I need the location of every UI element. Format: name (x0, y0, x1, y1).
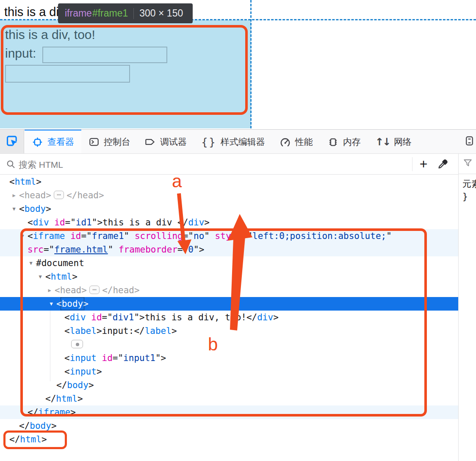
token-p: "> (155, 353, 166, 363)
token-v: left:0;position:absolute; (252, 231, 386, 241)
markup-row[interactable]: </body> (0, 419, 458, 433)
token-p: < (19, 190, 25, 200)
token-p: =" (102, 312, 113, 322)
token-t: iframe (33, 231, 65, 241)
token-t: html (56, 394, 77, 404)
tab-inspector[interactable]: 查看器 (25, 130, 81, 153)
token-b: body (62, 299, 83, 309)
rules-toolbar (459, 154, 476, 174)
token-p: > (134, 285, 140, 295)
search-icon (6, 159, 16, 171)
token-t: label (70, 326, 97, 336)
rules-closing-brace: } (462, 192, 468, 202)
token-p: < (9, 177, 15, 187)
eyedropper-button[interactable] (437, 158, 448, 172)
whitespace-node-badge[interactable] (71, 340, 83, 348)
token-p: </ (28, 407, 38, 417)
token-t: input (70, 367, 97, 377)
devtools-tabs: 查看器控制台调试器{}样式编辑器性能内存↑↓网络 (25, 130, 419, 153)
markup-row-content: <div id="id1">this is a div </div> (0, 217, 210, 228)
expand-arrow-icon[interactable]: ▶ (47, 283, 53, 297)
token-v: input1 (123, 353, 155, 363)
token-p: > (89, 380, 94, 390)
markup-row[interactable]: ▼<body> (0, 202, 458, 216)
markup-row[interactable]: </html> (0, 392, 458, 405)
markup-row[interactable]: ▼<body> (0, 297, 458, 311)
markup-row-content: <input id="input1"> (0, 353, 166, 363)
markup-row[interactable]: ▼#document (0, 256, 458, 270)
token-a: id (86, 312, 102, 322)
markup-row[interactable]: ▼<html> (0, 270, 458, 283)
rules-element-selector[interactable]: 元素 (462, 178, 476, 190)
token-p: > (70, 407, 76, 417)
markup-row[interactable]: <input id="input1"> (0, 351, 458, 365)
token-p: > (42, 434, 47, 444)
tab-perf[interactable]: 性能 (272, 130, 320, 153)
tab-label: 内存 (343, 136, 361, 148)
input-label: input: (5, 46, 36, 61)
collapse-arrow-icon[interactable]: ▼ (37, 270, 43, 283)
markup-row[interactable]: <input> (0, 365, 458, 378)
token-v: no (194, 231, 204, 241)
token-t: html (20, 434, 42, 444)
tab-label: 控制台 (104, 136, 130, 148)
token-p: </ (66, 190, 77, 200)
markup-row-content: <head>⋯</head> (0, 285, 140, 295)
markup-row-content: </html> (0, 394, 83, 404)
text-input-1[interactable] (42, 47, 167, 63)
token-p: "> (194, 244, 204, 255)
token-t: head (60, 285, 82, 295)
token-p: > (204, 217, 210, 228)
token-a: id (65, 231, 81, 241)
collapse-arrow-icon[interactable]: ▼ (48, 297, 54, 311)
collapsed-ellipsis-badge[interactable]: ⋯ (54, 191, 64, 199)
token-t: head (25, 190, 46, 200)
collapsed-ellipsis-badge[interactable]: ⋯ (89, 286, 100, 294)
indent-guide (50, 311, 50, 381)
node-picker-button[interactable] (0, 130, 24, 153)
filter-icon[interactable] (462, 158, 473, 170)
collapse-arrow-icon[interactable]: ▼ (11, 202, 17, 216)
text-input-2[interactable] (5, 65, 130, 83)
token-t: div (257, 312, 273, 322)
markup-row[interactable]: src="frame.html" frameborder="0"> (0, 243, 458, 256)
markup-row[interactable]: <div id="div1">this is a div, too!</div> (0, 311, 458, 324)
token-a: id (49, 217, 65, 228)
markup-row-content: <html> (0, 177, 42, 187)
tab-network[interactable]: ↑↓网络 (368, 130, 419, 153)
token-l: frame.html (54, 244, 108, 255)
highlighter-guide-vertical (250, 0, 252, 128)
markup-row[interactable]: </body> (0, 378, 458, 392)
token-p: "> (134, 312, 144, 322)
markup-row[interactable]: </iframe> (0, 405, 458, 419)
token-t: iframe (38, 407, 70, 417)
tab-debugger[interactable]: 调试器 (138, 130, 194, 153)
markup-row[interactable]: <html> (0, 175, 458, 189)
markup-row-content: </html> (0, 434, 47, 444)
markup-row-content (0, 339, 83, 350)
expand-arrow-icon[interactable]: ▶ (11, 189, 17, 202)
collapse-arrow-icon[interactable]: ▼ (19, 229, 25, 243)
tab-braces[interactable]: {}样式编辑器 (194, 130, 272, 153)
tab-console[interactable]: 控制台 (81, 130, 138, 153)
markup-row[interactable]: <div id="id1">this is a div </div> (0, 216, 458, 229)
more-panels-button[interactable] (464, 130, 476, 153)
toolbar-divider (412, 157, 412, 171)
markup-row[interactable]: ▶<head>⋯</head> (0, 283, 458, 297)
markup-row[interactable] (0, 338, 458, 351)
token-p: > (172, 326, 177, 336)
devtools-toolbar: 查看器控制台调试器{}样式编辑器性能内存↑↓网络 (0, 129, 476, 154)
tab-memory[interactable]: 内存 (320, 130, 368, 153)
markup-row[interactable]: ▼<iframe id="frame1" scrolling="no" styl… (0, 229, 458, 243)
token-a: scrolling (135, 231, 183, 241)
markup-row[interactable]: ▶<head>⋯</head> (0, 189, 458, 202)
token-p: < (64, 326, 70, 336)
search-input[interactable]: 搜索 HTML (19, 159, 63, 171)
token-t: div (33, 217, 49, 228)
markup-row[interactable]: </html> (0, 433, 458, 446)
markup-row[interactable]: <label>input:</label> (0, 324, 458, 338)
collapse-arrow-icon[interactable]: ▼ (28, 256, 34, 270)
add-node-button[interactable]: + (415, 155, 432, 173)
token-p: < (64, 312, 70, 322)
markup-row-content: src="frame.html" frameborder="0"> (0, 244, 204, 255)
